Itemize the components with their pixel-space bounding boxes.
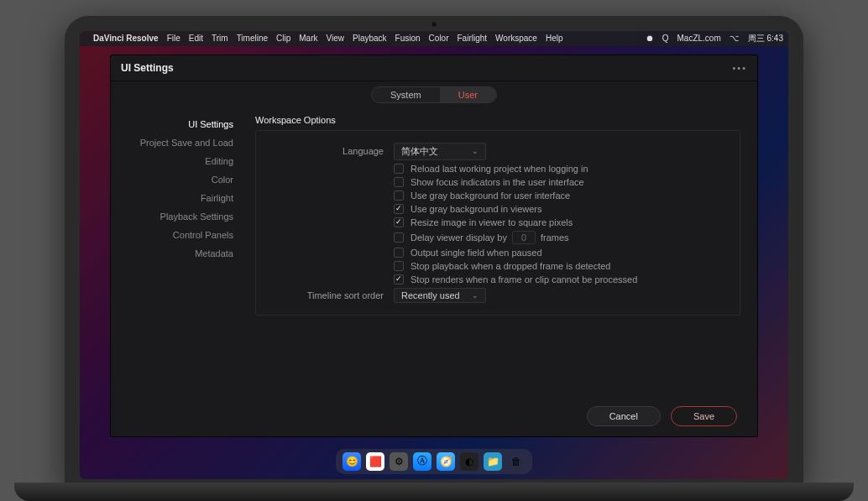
language-label: Language: [268, 146, 394, 156]
chevron-down-icon: ⌄: [472, 291, 478, 300]
menu-help[interactable]: Help: [546, 34, 563, 43]
dialog-menu-icon[interactable]: •••: [732, 63, 747, 73]
sidebar-item-control-panels[interactable]: Control Panels: [111, 226, 245, 244]
lbl-output-single-field: Output single field when paused: [410, 248, 542, 258]
dock-trash-icon[interactable]: 🗑: [507, 452, 526, 471]
menu-playback[interactable]: Playback: [353, 34, 387, 43]
menu-trim[interactable]: Trim: [212, 34, 228, 43]
chevron-down-icon: ⌄: [472, 147, 478, 155]
cb-gray-bg-ui[interactable]: [394, 190, 404, 201]
tab-user[interactable]: User: [440, 87, 496, 102]
menu-timeline[interactable]: Timeline: [237, 34, 268, 43]
menu-edit[interactable]: Edit: [189, 34, 203, 43]
cb-delay-viewer[interactable]: [394, 232, 404, 243]
menu-view[interactable]: View: [327, 34, 345, 43]
cb-resize-square[interactable]: [394, 217, 404, 227]
macos-dock: 😊 🟥 ⚙ Ⓐ 🧭 ◐ 📁 🗑: [336, 449, 532, 474]
menu-file[interactable]: File: [167, 34, 180, 43]
sidebar-item-project-save[interactable]: Project Save and Load: [111, 133, 245, 152]
menu-fairlight[interactable]: Fairlight: [458, 34, 488, 43]
lbl-gray-bg-viewer: Use gray background in viewers: [410, 204, 542, 214]
dock-settings-icon[interactable]: ⚙: [390, 452, 408, 471]
timeline-sort-label: Timeline sort order: [268, 290, 394, 300]
dialog-title: UI Settings: [121, 62, 174, 74]
sidebar-item-fairlight[interactable]: Fairlight: [111, 189, 245, 207]
cb-gray-bg-viewer[interactable]: [394, 204, 404, 214]
menubar-site: MacZL.com: [677, 34, 721, 43]
menu-color[interactable]: Color: [429, 34, 449, 43]
settings-sidebar: UI Settings Project Save and Load Editin…: [111, 108, 245, 436]
menu-clip[interactable]: Clip: [276, 34, 290, 43]
dock-appstore-icon[interactable]: Ⓐ: [413, 452, 431, 471]
lbl-focus-indicators: Show focus indicators in the user interf…: [410, 177, 584, 187]
sidebar-item-metadata[interactable]: Metadata: [111, 244, 245, 263]
cb-output-single-field[interactable]: [394, 248, 404, 258]
timeline-sort-value: Recently used: [401, 290, 460, 300]
dock-finder-icon[interactable]: 😊: [342, 452, 361, 471]
lbl-resize-square: Resize image in viewer to square pixels: [410, 217, 573, 227]
lbl-stop-renders: Stop renders when a frame or clip cannot…: [410, 274, 637, 284]
menubar-app-name[interactable]: DaVinci Resolve: [93, 34, 159, 43]
sidebar-item-editing[interactable]: Editing: [111, 152, 245, 170]
delay-frames-input[interactable]: 0: [512, 231, 536, 244]
lbl-delay-viewer: Delay viewer display by: [410, 232, 507, 243]
lbl-reload-project: Reload last working project when logging…: [410, 164, 588, 174]
dock-downloads-icon[interactable]: 📁: [484, 452, 502, 471]
language-select[interactable]: 简体中文 ⌄: [394, 143, 486, 160]
control-center-icon[interactable]: ⌥: [729, 34, 740, 43]
cb-stop-renders[interactable]: [394, 274, 404, 284]
sidebar-item-color[interactable]: Color: [111, 170, 245, 189]
lbl-frames-unit: frames: [541, 232, 569, 243]
cb-focus-indicators[interactable]: [394, 177, 404, 187]
cb-stop-dropped-frame[interactable]: [394, 261, 404, 271]
sidebar-item-ui-settings[interactable]: UI Settings: [111, 115, 245, 133]
workspace-options-panel: Language 简体中文 ⌄ Reload last working proj…: [255, 130, 740, 316]
menu-workspace[interactable]: Workspace: [495, 34, 537, 43]
timeline-sort-select[interactable]: Recently used ⌄: [394, 288, 486, 303]
settings-tabgroup: System User: [371, 86, 497, 103]
camera-notch: [431, 21, 437, 28]
cb-reload-project[interactable]: [394, 164, 404, 174]
menu-fusion[interactable]: Fusion: [395, 34, 421, 43]
lbl-gray-bg-ui: Use gray background for user interface: [410, 190, 570, 201]
dock-safari-icon[interactable]: 🧭: [437, 452, 455, 471]
screen-record-icon[interactable]: ⏺: [646, 34, 654, 43]
tab-system[interactable]: System: [372, 87, 440, 102]
macos-menubar: DaVinci Resolve File Edit Trim Timeline …: [80, 31, 788, 46]
sidebar-item-playback[interactable]: Playback Settings: [111, 207, 245, 226]
menu-mark[interactable]: Mark: [299, 34, 317, 43]
menubar-clock[interactable]: 周三 6:43: [748, 33, 783, 44]
section-title: Workspace Options: [255, 115, 740, 125]
language-value: 简体中文: [401, 145, 438, 158]
lbl-stop-dropped-frame: Stop playback when a dropped frame is de…: [410, 261, 610, 271]
spotlight-icon[interactable]: Q: [662, 34, 669, 43]
dock-launchpad-icon[interactable]: 🟥: [366, 452, 384, 471]
dock-resolve-icon[interactable]: ◐: [460, 452, 478, 471]
cancel-button[interactable]: Cancel: [587, 406, 661, 426]
ui-settings-dialog: UI Settings ••• System User UI Settings …: [110, 55, 758, 437]
save-button[interactable]: Save: [671, 406, 737, 426]
